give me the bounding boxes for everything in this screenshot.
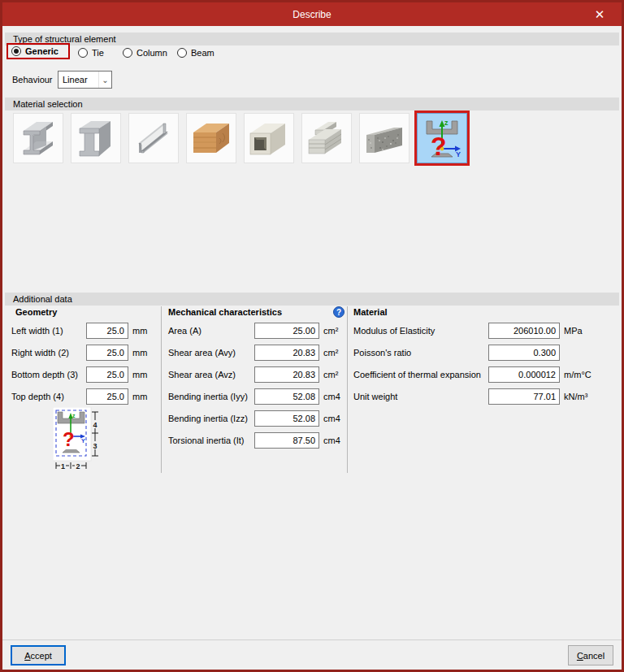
torsional-inertia-input[interactable] — [254, 432, 319, 449]
column-separator — [347, 306, 348, 473]
bending-inertia-izz-unit: cm4 — [323, 414, 340, 423]
field-row: Shear area (Avy) cm² — [168, 344, 344, 361]
section-diagram: ? z Y 4 3 1 2 — [53, 407, 102, 475]
radio-beam-label: Beam — [191, 48, 214, 58]
timber-icon[interactable] — [186, 113, 236, 163]
shear-area-avy-input[interactable] — [254, 345, 319, 361]
accept-button-label: Accept — [24, 651, 52, 661]
unit-weight-label: Unit weight — [353, 392, 488, 401]
behaviour-select[interactable]: Linear ⌄ — [58, 71, 112, 89]
radio-generic[interactable]: Generic — [6, 43, 70, 59]
svg-text:3: 3 — [93, 442, 97, 450]
torsional-inertia-unit: cm4 — [323, 436, 340, 445]
right-width-input[interactable] — [86, 345, 128, 361]
column-separator — [161, 306, 162, 473]
bottom-depth-unit: mm — [132, 370, 147, 379]
shear-area-avz-label: Shear area (Avz) — [168, 370, 254, 379]
footer-bar: Accept Cancel — [2, 639, 622, 670]
poissons-ratio-label: Poisson's ratio — [353, 348, 488, 358]
right-width-label: Right width (2) — [11, 348, 86, 358]
field-row: Modulus of Elasticity MPa — [353, 322, 613, 339]
welded-steel-ibeam-icon[interactable] — [71, 113, 121, 163]
thermal-expansion-unit: m/m°C — [564, 370, 592, 379]
material-header: Material — [353, 307, 388, 317]
shear-area-avz-input[interactable] — [254, 366, 319, 383]
help-icon[interactable]: ? — [333, 306, 344, 318]
field-row: Right width (2) mm — [11, 344, 156, 361]
hollow-box-section-icon[interactable] — [244, 113, 294, 163]
behaviour-label: Behaviour — [12, 75, 53, 85]
radio-generic-label: Generic — [25, 46, 58, 56]
shear-area-avz-unit: cm² — [323, 370, 338, 379]
area-input[interactable] — [254, 323, 319, 339]
concrete-icon[interactable] — [359, 113, 410, 163]
rolled-steel-ibeam-icon[interactable] — [13, 113, 63, 163]
svg-text:z: z — [72, 413, 76, 418]
modulus-elasticity-label: Modulus of Elasticity — [353, 326, 488, 336]
field-row: Left width (1) mm — [11, 322, 156, 339]
mechanical-header: Mechanical characteristics — [168, 307, 282, 317]
field-row: Bottom depth (3) mm — [11, 366, 156, 383]
modulus-elasticity-input[interactable] — [488, 323, 560, 339]
type-section-header: Type of structural element — [5, 33, 619, 46]
field-row: Coefficient of thermal expansion m/m°C — [353, 366, 613, 383]
shear-area-avy-label: Shear area (Avy) — [168, 348, 254, 358]
mechanical-column: Area (A) cm² Shear area (Avy) cm² Shear … — [168, 322, 344, 453]
svg-text:Y: Y — [81, 438, 85, 444]
cancel-button-label: Cancel — [577, 651, 604, 661]
area-unit: cm² — [323, 326, 338, 336]
svg-text:4: 4 — [93, 421, 97, 429]
field-row: Bending inertia (Iyy) cm4 — [168, 388, 344, 405]
radio-unchecked-icon — [177, 48, 187, 58]
left-width-input[interactable] — [86, 323, 128, 339]
unit-weight-unit: kN/m³ — [564, 392, 587, 401]
thermal-expansion-input[interactable] — [488, 366, 560, 383]
right-width-unit: mm — [132, 348, 147, 358]
radio-unchecked-icon — [123, 48, 132, 58]
accept-button[interactable]: Accept — [11, 645, 66, 665]
bottom-depth-input[interactable] — [86, 366, 128, 383]
chevron-down-icon: ⌄ — [98, 72, 111, 88]
top-depth-input[interactable] — [86, 388, 128, 405]
thermal-expansion-label: Coefficient of thermal expansion — [353, 370, 488, 379]
poissons-ratio-input[interactable] — [488, 345, 560, 361]
cold-formed-steel-icon[interactable] — [128, 113, 179, 163]
bending-inertia-izz-input[interactable] — [254, 410, 319, 427]
behaviour-value: Linear — [58, 75, 98, 85]
field-row: Torsional inertia (It) cm4 — [168, 431, 344, 449]
geometry-header: Geometry — [15, 307, 57, 317]
material-section-header-label: Material selection — [13, 99, 83, 109]
dialog-title: Describe — [292, 9, 331, 20]
svg-text:1: 1 — [61, 462, 65, 470]
svg-text:2: 2 — [76, 462, 80, 470]
generic-section-icon[interactable]: ? z Y — [417, 113, 467, 163]
unit-weight-input[interactable] — [488, 388, 560, 405]
field-row: Top depth (4) mm — [11, 388, 156, 405]
aluminium-extrusion-icon[interactable] — [301, 113, 352, 163]
left-width-label: Left width (1) — [11, 326, 86, 336]
bending-inertia-iyy-unit: cm4 — [323, 392, 340, 401]
left-width-unit: mm — [132, 326, 147, 336]
top-depth-unit: mm — [132, 392, 147, 401]
radio-tie[interactable]: Tie — [78, 45, 104, 61]
area-label: Area (A) — [168, 326, 254, 336]
radio-checked-icon — [11, 46, 21, 56]
radio-column-label: Column — [136, 48, 167, 58]
modulus-elasticity-unit: MPa — [564, 326, 583, 336]
additional-section-header-label: Additional data — [13, 294, 72, 304]
field-row: Bending inertia (Izz) cm4 — [168, 410, 344, 427]
geometry-column: Left width (1) mm Right width (2) mm Bot… — [11, 322, 156, 410]
shear-area-avy-unit: cm² — [323, 348, 338, 358]
svg-text:z: z — [444, 119, 448, 127]
radio-column[interactable]: Column — [123, 45, 167, 61]
close-icon[interactable]: ✕ — [587, 2, 612, 26]
field-row: Shear area (Avz) cm² — [168, 366, 344, 383]
bending-inertia-iyy-input[interactable] — [254, 388, 319, 405]
material-column: Modulus of Elasticity MPa Poisson's rati… — [353, 322, 613, 410]
radio-beam[interactable]: Beam — [177, 45, 214, 61]
cancel-button[interactable]: Cancel — [568, 645, 613, 665]
bending-inertia-izz-label: Bending inertia (Izz) — [168, 414, 254, 423]
radio-tie-label: Tie — [92, 48, 104, 58]
describe-dialog: Describe ✕ Type of structural element Ge… — [0, 0, 624, 672]
svg-text:?: ? — [431, 132, 447, 160]
